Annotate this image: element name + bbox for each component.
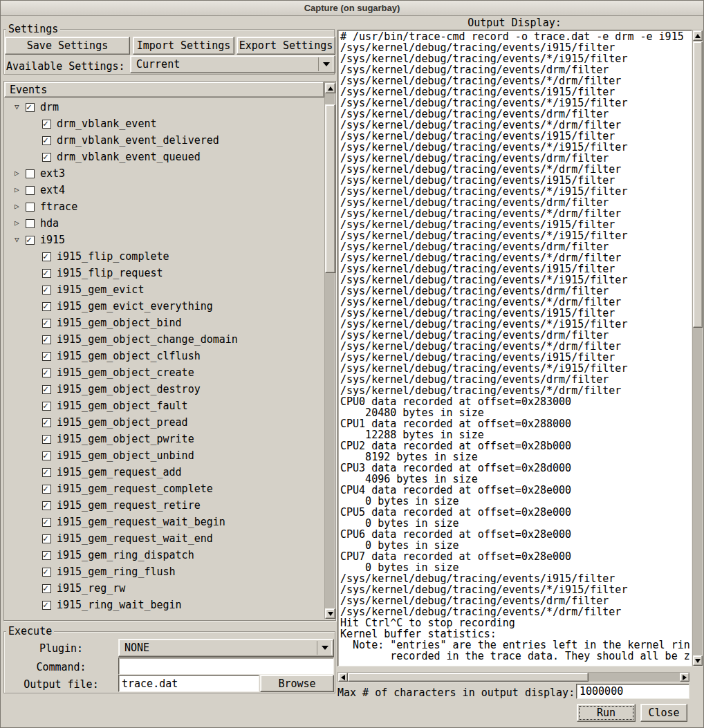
event-checkbox[interactable]: ✓	[42, 584, 51, 593]
scroll-up-icon[interactable]	[325, 83, 335, 93]
event-tree-row[interactable]: ✓ i915_gem_ring_dispatch	[4, 547, 324, 563]
event-tree-row[interactable]: ✓ i915_ring_wait_begin	[4, 597, 324, 613]
command-input[interactable]	[118, 657, 334, 675]
event-checkbox[interactable]: ✓	[42, 286, 51, 295]
event-tree-row[interactable]: ✓ drm_vblank_event_queued	[4, 149, 324, 165]
event-tree-row[interactable]: ✓ i915_gem_request_wait_begin	[4, 514, 324, 530]
output-file-input[interactable]	[118, 675, 259, 692]
available-settings-combo[interactable]: Current	[130, 55, 335, 73]
event-tree-row[interactable]: ✓ i915_gem_object_pwrite	[4, 431, 324, 447]
event-tree-row[interactable]: ✓ i915_reg_rw	[4, 580, 324, 597]
event-checkbox[interactable]: ✓	[42, 302, 51, 311]
event-tree-row[interactable]: ▽ ✓ i915	[4, 232, 324, 248]
event-checkbox[interactable]: ✓	[26, 236, 35, 245]
plugin-combo[interactable]: NONE	[118, 639, 334, 657]
event-checkbox[interactable]: ✓	[42, 402, 51, 411]
event-tree-row[interactable]: ✓ i915_gem_evict	[4, 281, 324, 298]
event-tree-row[interactable]: ✓ i915_gem_request_add	[4, 464, 324, 480]
event-tree-row[interactable]: ✓ drm_vblank_event_delivered	[4, 132, 324, 149]
event-tree-row[interactable]: ✓ i915_gem_evict_everything	[4, 298, 324, 315]
events-scrollbar[interactable]	[324, 82, 335, 619]
event-checkbox[interactable]: ✓	[42, 418, 51, 427]
event-checkbox[interactable]: ✓	[42, 352, 51, 361]
expander-icon[interactable]: ▷	[15, 185, 26, 196]
event-checkbox[interactable]: ✓	[42, 252, 51, 261]
event-checkbox[interactable]: ✓	[42, 269, 51, 278]
output-h-scrollbar[interactable]	[337, 672, 690, 682]
event-tree-row[interactable]: ✓ i915_gem_request_wait_end	[4, 530, 324, 547]
scroll-up-icon[interactable]	[693, 30, 703, 41]
event-tree-row[interactable]: ✓ i915_flip_request	[4, 265, 324, 281]
event-checkbox[interactable]: ✓	[42, 485, 51, 494]
event-tree-row[interactable]: ✓ i915_gem_object_bind	[4, 315, 324, 331]
event-tree-row[interactable]: ✓ i915_gem_object_destroy	[4, 381, 324, 398]
events-scrollbar-thumb[interactable]	[325, 104, 335, 273]
event-tree-row[interactable]: ✓ i915_flip_complete	[4, 248, 324, 265]
event-checkbox[interactable]	[26, 203, 35, 212]
event-tree-row[interactable]: ✓ i915_gem_ring_flush	[4, 563, 324, 580]
event-checkbox[interactable]: ✓	[42, 601, 51, 610]
event-checkbox[interactable]: ✓	[26, 103, 35, 112]
event-tree-row[interactable]: ▷ hda	[4, 215, 324, 232]
max-chars-input[interactable]	[576, 684, 689, 699]
event-tree-row[interactable]: ✓ i915_gem_object_pread	[4, 414, 324, 431]
scroll-down-icon[interactable]	[693, 655, 703, 666]
event-checkbox[interactable]: ✓	[42, 534, 51, 543]
event-checkbox[interactable]: ✓	[42, 319, 51, 328]
save-settings-button[interactable]: Save Settings	[5, 37, 130, 55]
scroll-left-icon[interactable]	[338, 673, 348, 682]
event-tree-row[interactable]: ✓ i915_gem_object_unbind	[4, 447, 324, 464]
event-label: i915_gem_object_pwrite	[57, 433, 194, 445]
output-v-scrollbar[interactable]	[692, 30, 703, 666]
event-checkbox[interactable]: ✓	[42, 568, 51, 577]
check-icon: ✓	[43, 351, 48, 362]
import-settings-button[interactable]: Import Settings	[133, 37, 234, 55]
capture-window: Capture (on sugarbay) Settings Save Sett…	[0, 0, 704, 728]
event-checkbox[interactable]: ✓	[42, 120, 51, 129]
event-checkbox[interactable]: ✓	[42, 136, 51, 145]
event-tree-row[interactable]: ✓ i915_gem_request_retire	[4, 497, 324, 514]
event-checkbox[interactable]: ✓	[42, 518, 51, 527]
execute-frame: Execute Plugin: NONE Command: Output fil…	[3, 631, 335, 693]
events-column-header[interactable]: Events	[4, 82, 324, 97]
event-tree-row[interactable]: ▽ ✓ drm	[4, 99, 324, 115]
event-label: i915_gem_request_retire	[57, 499, 201, 512]
event-checkbox[interactable]: ✓	[42, 368, 51, 377]
expander-icon[interactable]: ▽	[15, 234, 26, 245]
expander-icon[interactable]: ▽	[15, 102, 26, 113]
event-checkbox[interactable]: ✓	[42, 468, 51, 477]
event-checkbox[interactable]: ✓	[42, 335, 51, 344]
output-v-scrollbar-thumb[interactable]	[693, 41, 703, 328]
event-tree-row[interactable]: ✓ i915_gem_object_clflush	[4, 348, 324, 364]
event-checkbox[interactable]: ✓	[42, 551, 51, 560]
event-checkbox[interactable]: ✓	[42, 435, 51, 444]
event-checkbox[interactable]: ✓	[42, 153, 51, 162]
output-text[interactable]: # /usr/bin/trace-cmd record -o trace.dat…	[337, 30, 692, 666]
event-tree-row[interactable]: ▷ ext3	[4, 165, 324, 182]
scroll-right-icon[interactable]	[680, 673, 689, 682]
event-checkbox[interactable]: ✓	[42, 501, 51, 510]
export-settings-button[interactable]: Export Settings	[237, 37, 335, 55]
event-checkbox[interactable]	[26, 219, 35, 228]
output-h-scrollbar-thumb[interactable]	[348, 673, 589, 682]
close-button[interactable]: Close	[640, 704, 687, 722]
event-checkbox[interactable]	[26, 186, 35, 195]
expander-icon[interactable]: ▷	[15, 218, 26, 229]
event-checkbox[interactable]	[26, 169, 35, 178]
event-tree-row[interactable]: ✓ i915_gem_object_create	[4, 364, 324, 381]
run-button[interactable]: Run	[577, 704, 636, 722]
event-checkbox[interactable]: ✓	[42, 385, 51, 394]
browse-button[interactable]: Browse	[260, 675, 334, 692]
event-checkbox[interactable]: ✓	[42, 451, 51, 460]
expander-icon[interactable]: ▷	[15, 201, 26, 212]
scroll-down-icon[interactable]	[325, 608, 335, 619]
execute-frame-label: Execute	[6, 626, 54, 637]
event-tree-row[interactable]: ▷ ext4	[4, 182, 324, 198]
event-tree-row[interactable]: ✓ i915_gem_object_fault	[4, 398, 324, 414]
event-tree-row[interactable]: ✓ i915_gem_request_complete	[4, 480, 324, 497]
titlebar[interactable]: Capture (on sugarbay)	[1, 1, 703, 16]
event-tree-row[interactable]: ✓ i915_gem_object_change_domain	[4, 331, 324, 348]
event-tree-row[interactable]: ✓ drm_vblank_event	[4, 115, 324, 132]
event-tree-row[interactable]: ▷ ftrace	[4, 198, 324, 215]
expander-icon[interactable]: ▷	[15, 168, 26, 179]
